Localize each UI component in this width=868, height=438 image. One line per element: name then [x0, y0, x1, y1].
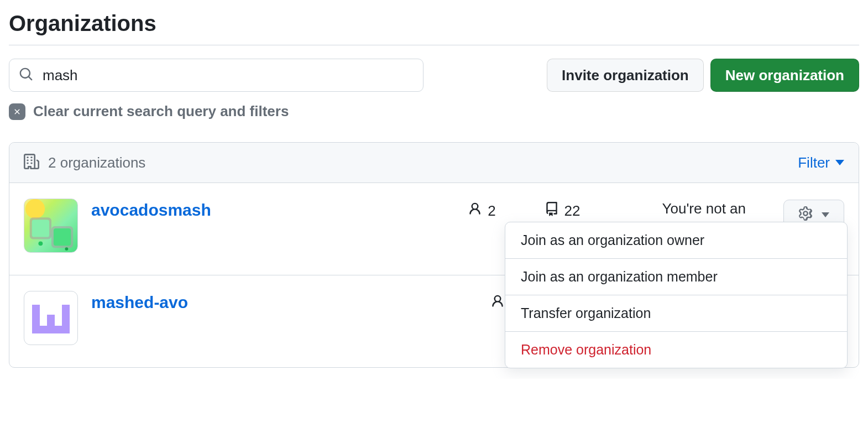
- search-container: [9, 59, 423, 92]
- toolbar: Invite organization New organization: [9, 59, 859, 92]
- person-icon: [490, 294, 505, 312]
- svg-point-0: [25, 199, 45, 218]
- organizations-list: 2 organizations Filter avocadosmash: [9, 142, 859, 368]
- page-title: Organizations: [9, 11, 859, 45]
- new-organization-button[interactable]: New organization: [710, 59, 859, 92]
- search-input[interactable]: [9, 59, 423, 92]
- svg-rect-10: [47, 315, 55, 333]
- menu-item-transfer[interactable]: Transfer organization: [505, 295, 847, 332]
- filter-label: Filter: [798, 154, 830, 171]
- avatar[interactable]: [24, 199, 78, 253]
- organization-row: avocadosmash 2 22 You're not an organiza…: [9, 183, 859, 275]
- invite-organization-button[interactable]: Invite organization: [547, 59, 704, 92]
- search-icon: [19, 67, 33, 84]
- clear-search-label: Clear current search query and filters: [33, 103, 289, 120]
- menu-item-join-owner[interactable]: Join as an organization owner: [505, 222, 847, 259]
- chevron-down-icon: [835, 160, 844, 165]
- menu-item-remove[interactable]: Remove organization: [505, 332, 847, 368]
- repos-count: 22: [564, 202, 581, 220]
- avatar[interactable]: [24, 291, 78, 345]
- person-icon: [468, 202, 482, 220]
- svg-point-5: [38, 241, 43, 246]
- svg-rect-2: [32, 220, 49, 237]
- repo-icon: [545, 202, 559, 220]
- organization-icon: [24, 154, 39, 171]
- organization-name-link[interactable]: mashed-avo: [91, 293, 188, 312]
- svg-rect-4: [54, 228, 71, 246]
- filter-dropdown[interactable]: Filter: [798, 154, 844, 171]
- clear-search-row[interactable]: Clear current search query and filters: [9, 103, 859, 120]
- people-stat[interactable]: 2: [468, 202, 495, 220]
- svg-point-6: [65, 247, 68, 251]
- list-header: 2 organizations Filter: [9, 143, 859, 183]
- chevron-down-icon: [822, 212, 829, 217]
- gear-icon: [798, 206, 813, 223]
- organization-name-link[interactable]: avocadosmash: [91, 201, 211, 220]
- repos-stat[interactable]: 22: [545, 202, 581, 220]
- organization-actions-menu: Join as an organization owner Join as an…: [505, 222, 848, 368]
- close-icon: [9, 103, 25, 120]
- organization-count: 2 organizations: [48, 154, 145, 171]
- menu-item-join-member[interactable]: Join as an organization member: [505, 259, 847, 295]
- people-count: 2: [488, 202, 495, 220]
